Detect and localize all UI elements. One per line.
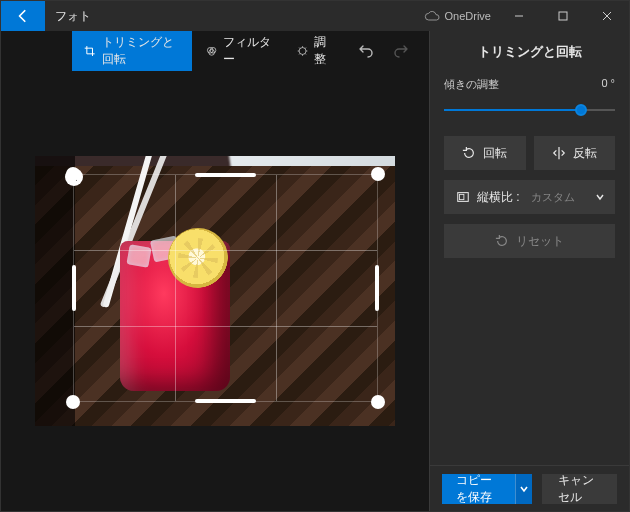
tab-crop-rotate[interactable]: トリミングと回転 — [72, 31, 191, 71]
crop-edge-left[interactable] — [72, 265, 76, 310]
rotate-icon — [462, 146, 476, 160]
svg-rect-6 — [460, 194, 464, 199]
tab-crop-label: トリミングと回転 — [102, 34, 180, 68]
redo-icon — [393, 43, 409, 59]
maximize-icon — [558, 11, 568, 21]
undo-button[interactable] — [349, 31, 382, 71]
chevron-down-icon — [595, 192, 605, 202]
aspect-label: 縦横比 : — [477, 189, 520, 206]
straighten-value: 0 ° — [601, 77, 615, 92]
close-button[interactable] — [585, 1, 629, 31]
undo-icon — [358, 43, 374, 59]
adjust-icon — [297, 44, 308, 58]
tab-adjust[interactable]: 調整 — [285, 31, 345, 71]
crop-handle-top-left[interactable] — [66, 167, 80, 181]
save-copy-button[interactable]: コピーを保存 — [442, 474, 515, 504]
canvas-area: トリミングと回転 フィルター 調整 — [1, 31, 429, 511]
crop-rectangle[interactable] — [73, 174, 378, 402]
crop-handle-bottom-right[interactable] — [371, 395, 385, 409]
reset-button[interactable]: リセット — [444, 224, 615, 258]
flip-button[interactable]: 反転 — [534, 136, 616, 170]
redo-button — [384, 31, 417, 71]
crop-edge-top[interactable] — [195, 173, 256, 177]
cancel-button[interactable]: キャンセル — [542, 474, 617, 504]
svg-rect-0 — [559, 12, 567, 20]
crop-edge-bottom[interactable] — [195, 399, 256, 403]
crop-handle-top-right[interactable] — [371, 167, 385, 181]
flip-label: 反転 — [573, 145, 597, 162]
tab-filters[interactable]: フィルター — [194, 31, 284, 71]
rotate-button[interactable]: 回転 — [444, 136, 526, 170]
reset-label: リセット — [516, 233, 564, 250]
chevron-down-icon — [519, 484, 529, 494]
aspect-value: カスタム — [531, 190, 575, 205]
side-panel: トリミングと回転 傾きの調整 0 ° 回転 反転 — [429, 31, 629, 511]
save-dropdown-button[interactable] — [515, 474, 532, 504]
app-title: フォト — [55, 8, 424, 25]
photos-editor-window: フォト OneDrive トリミングと回転 — [0, 0, 630, 512]
photo-container[interactable]: ↖ — [35, 156, 395, 426]
aspect-ratio-button[interactable]: 縦横比 : カスタム — [444, 180, 615, 214]
back-button[interactable] — [1, 1, 45, 31]
crop-handle-bottom-left[interactable] — [66, 395, 80, 409]
arrow-left-icon — [16, 9, 30, 23]
tab-filters-label: フィルター — [223, 34, 271, 68]
panel-footer: コピーを保存 キャンセル — [430, 465, 629, 511]
maximize-button[interactable] — [541, 1, 585, 31]
rotate-label: 回転 — [483, 145, 507, 162]
straighten-slider[interactable] — [444, 102, 615, 118]
title-bar: フォト OneDrive — [1, 1, 629, 31]
crop-icon — [84, 44, 95, 58]
panel-title: トリミングと回転 — [430, 31, 629, 71]
onedrive-badge: OneDrive — [424, 10, 491, 22]
minimize-icon — [514, 11, 524, 21]
reset-icon — [495, 234, 509, 248]
aspect-icon — [456, 190, 470, 204]
cloud-icon — [424, 10, 440, 22]
editor-tabs: トリミングと回転 フィルター 調整 — [1, 31, 429, 71]
flip-icon — [552, 146, 566, 160]
canvas-stage: ↖ — [1, 71, 429, 511]
filters-icon — [206, 44, 217, 58]
close-icon — [602, 11, 612, 21]
onedrive-label: OneDrive — [445, 10, 491, 22]
slider-thumb[interactable] — [575, 104, 587, 116]
straighten-label: 傾きの調整 — [444, 77, 499, 92]
tab-adjust-label: 調整 — [314, 34, 333, 68]
crop-edge-right[interactable] — [375, 265, 379, 310]
minimize-button[interactable] — [497, 1, 541, 31]
straighten-row: 傾きの調整 0 ° — [444, 77, 615, 92]
